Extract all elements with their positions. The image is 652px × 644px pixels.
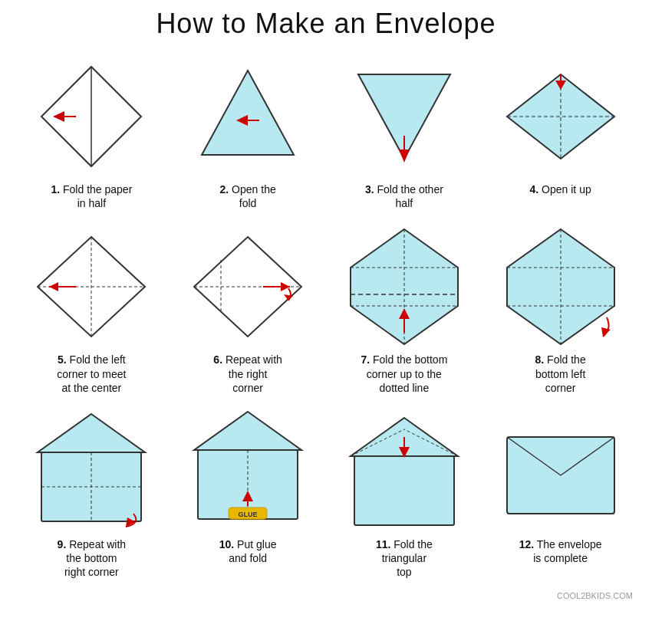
step-5-diagram bbox=[22, 225, 160, 348]
step-1-label: 1. Fold the paperin half bbox=[51, 182, 132, 210]
step-7: 7. Fold the bottomcorner up to thedotted… bbox=[328, 222, 481, 399]
step-5-label: 5. Fold the leftcorner to meetat the cen… bbox=[57, 353, 126, 395]
step-6: 6. Repeat withthe rightcorner bbox=[172, 222, 324, 399]
svg-text:GLUE: GLUE bbox=[239, 511, 258, 518]
step-8-diagram bbox=[492, 225, 630, 348]
step-10-label: 10. Put glueand fold bbox=[219, 537, 277, 565]
step-12-label: 12. The envelopeis complete bbox=[519, 537, 602, 565]
step-1-diagram bbox=[22, 55, 160, 178]
steps-grid: 1. Fold the paperin half 2. Open thefold bbox=[8, 48, 644, 587]
step-2-label: 2. Open thefold bbox=[220, 182, 276, 210]
step-4-diagram bbox=[492, 55, 630, 178]
step-3-diagram bbox=[335, 55, 473, 178]
step-5: 5. Fold the leftcorner to meetat the cen… bbox=[15, 222, 168, 399]
step-10: GLUE 10. Put glueand fold bbox=[172, 406, 324, 583]
step-2: 2. Open thefold bbox=[172, 51, 324, 214]
svg-marker-4 bbox=[202, 71, 294, 155]
step-9: 9. Repeat withthe bottomright corner bbox=[15, 406, 168, 583]
step-6-label: 6. Repeat withthe rightcorner bbox=[213, 353, 282, 395]
step-9-label: 9. Repeat withthe bottomright corner bbox=[58, 537, 127, 580]
step-7-label: 7. Fold the bottomcorner up to thedotted… bbox=[361, 353, 447, 395]
page-title: How to Make an Envelope bbox=[8, 8, 644, 40]
step-6-diagram bbox=[179, 225, 317, 348]
step-11-diagram bbox=[335, 410, 473, 533]
step-12: 12. The envelopeis complete bbox=[484, 406, 637, 583]
svg-marker-47 bbox=[194, 412, 301, 450]
svg-marker-39 bbox=[601, 327, 611, 337]
watermark: COOL2BKIDS.COM bbox=[8, 591, 644, 600]
svg-rect-54 bbox=[354, 456, 454, 525]
step-11: 11. Fold thetriangulartop bbox=[328, 406, 481, 583]
step-9-diagram bbox=[22, 410, 160, 533]
svg-marker-41 bbox=[38, 414, 145, 452]
step-3-label: 3. Fold the otherhalf bbox=[365, 182, 443, 210]
step-7-diagram bbox=[335, 225, 473, 348]
step-8: 8. Fold thebottom leftcorner bbox=[484, 222, 637, 399]
step-4: 4. Open it up bbox=[484, 51, 637, 214]
svg-marker-11 bbox=[399, 150, 410, 163]
step-1: 1. Fold the paperin half bbox=[15, 51, 168, 214]
step-12-diagram bbox=[492, 410, 630, 533]
step-4-label: 4. Open it up bbox=[530, 182, 591, 196]
step-8-label: 8. Fold thebottom leftcorner bbox=[535, 353, 586, 395]
step-10-diagram: GLUE bbox=[179, 410, 317, 533]
step-11-label: 11. Fold thetriangulartop bbox=[376, 537, 433, 580]
step-3: 3. Fold the otherhalf bbox=[328, 51, 481, 214]
step-2-diagram bbox=[179, 55, 317, 178]
